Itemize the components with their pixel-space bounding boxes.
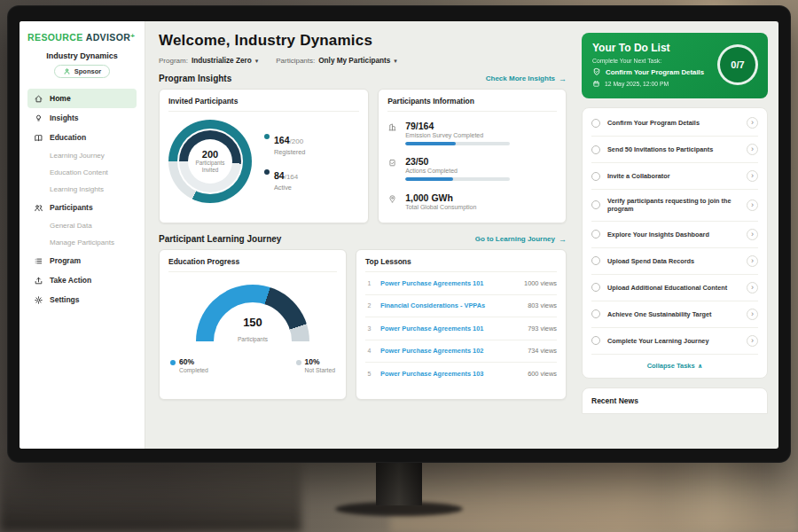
gauge-center-value: 150 xyxy=(196,316,309,329)
shield-check-icon xyxy=(592,67,601,76)
lesson-link[interactable]: Power Purchase Agreements 101 xyxy=(380,325,520,332)
clipboard-check-icon xyxy=(387,158,397,181)
checkbox-icon[interactable] xyxy=(591,336,600,345)
sponsor-badge: Sponsor xyxy=(54,65,110,78)
recent-news-title: Recent News xyxy=(591,396,638,405)
checkbox-icon[interactable] xyxy=(591,309,600,318)
sidebar-item-home[interactable]: Home xyxy=(27,89,137,108)
chevron-right-icon[interactable] xyxy=(747,170,758,182)
sidebar-nav: Home Insights Education Learning Journey… xyxy=(27,89,137,309)
link-label: Check More Insights xyxy=(486,74,555,82)
chevron-right-icon[interactable] xyxy=(747,282,758,293)
task-row-send-invitations[interactable]: Send 50 Invitations to Participants xyxy=(591,137,758,163)
legend-registered: 164/200 Registered xyxy=(264,131,305,156)
section-title-learning-journey: Participant Learning Journey xyxy=(159,234,281,244)
sidebar-item-education-content[interactable]: Education Content xyxy=(27,164,137,181)
task-row-complete-learning-journey[interactable]: Complete Your Learning Journey xyxy=(591,328,758,355)
chevron-right-icon[interactable] xyxy=(747,309,758,320)
nav-label: Learning Journey xyxy=(50,152,105,160)
chevron-right-icon[interactable] xyxy=(747,117,758,129)
person-icon xyxy=(63,67,71,75)
checkbox-icon[interactable] xyxy=(591,145,600,154)
check-more-insights-link[interactable]: Check More Insights xyxy=(486,74,567,83)
task-row-verify-participants[interactable]: Verify participants requesting to join t… xyxy=(591,190,758,222)
sidebar-item-program[interactable]: Program xyxy=(27,251,137,270)
todo-next-task[interactable]: Confirm Your Program Details xyxy=(592,67,716,76)
legend-dot xyxy=(170,360,176,365)
checkbox-icon[interactable] xyxy=(591,230,600,239)
participants-filter-value: Only My Participants xyxy=(318,57,390,65)
task-row-confirm-program[interactable]: Confirm Your Program Details xyxy=(591,110,758,137)
info-value: 79/164 xyxy=(405,121,510,131)
checkbox-icon[interactable] xyxy=(591,200,600,209)
lesson-rank: 5 xyxy=(365,371,373,377)
lesson-row: 1 Power Purchase Agreements 101 1000 vie… xyxy=(365,272,557,295)
section-title-program-insights: Program Insights xyxy=(159,74,231,83)
chevron-right-icon[interactable] xyxy=(747,200,758,211)
task-row-explore-insights[interactable]: Explore Your Insights Dashboard xyxy=(591,222,758,248)
checkbox-icon[interactable] xyxy=(591,119,600,128)
legend-label: Not Started xyxy=(305,367,335,373)
sidebar-item-insights[interactable]: Insights xyxy=(27,108,137,128)
education-progress-card: Education Progress 150 Participants 60% … xyxy=(159,249,347,400)
participants-filter-label: Participants: xyxy=(276,57,315,65)
task-label: Upload Spend Data Records xyxy=(607,257,739,265)
chevron-right-icon[interactable] xyxy=(747,335,758,347)
legend-label: Registered xyxy=(274,148,305,156)
desk-shadow xyxy=(0,452,301,532)
sidebar-item-take-action[interactable]: Take Action xyxy=(27,270,137,290)
go-to-learning-journey-link[interactable]: Go to Learning Journey xyxy=(475,235,567,244)
app-logo: RESOURCE ADVISOR+ xyxy=(27,32,137,43)
sidebar-item-settings[interactable]: Settings xyxy=(27,290,137,309)
lesson-rank: 3 xyxy=(365,325,373,332)
task-label: Confirm Your Program Details xyxy=(607,119,739,127)
home-icon xyxy=(34,94,43,104)
lesson-link[interactable]: Power Purchase Agreements 102 xyxy=(380,347,520,355)
lesson-views: 734 views xyxy=(528,347,557,355)
checkbox-icon[interactable] xyxy=(591,256,600,265)
checkbox-icon[interactable] xyxy=(591,283,600,292)
info-label: Emission Survey Completed xyxy=(405,132,510,138)
chevron-up-icon xyxy=(695,362,703,370)
participants-filter[interactable]: Participants: Only My Participants xyxy=(276,57,397,65)
lesson-link[interactable]: Power Purchase Agreements 101 xyxy=(380,279,517,287)
checkbox-icon[interactable] xyxy=(591,172,600,181)
sidebar-item-participants[interactable]: Participants xyxy=(27,198,137,217)
task-row-achieve-target[interactable]: Achieve One Sustainability Target xyxy=(591,301,758,328)
legend-dot xyxy=(264,169,270,175)
collapse-tasks-link[interactable]: Collapse Tasks xyxy=(591,355,758,376)
task-row-invite-collaborator[interactable]: Invite a Collaborator xyxy=(591,163,758,190)
gear-icon xyxy=(34,295,43,305)
logo-text-primary: RESOURCE xyxy=(27,32,83,43)
nav-label: Education Content xyxy=(50,168,108,176)
sidebar-item-education[interactable]: Education xyxy=(27,128,137,147)
nav-label: Education xyxy=(50,133,86,142)
sidebar-item-general-data[interactable]: General Data xyxy=(27,217,137,234)
todo-summary-card: Your To Do List Complete Your Next Task:… xyxy=(582,33,768,98)
chevron-right-icon[interactable] xyxy=(747,229,758,240)
nav-label: Manage Participants xyxy=(50,239,114,246)
gauge-center-label: Participants xyxy=(238,336,268,342)
todo-progress-ring: 0/7 xyxy=(717,44,758,85)
main-content: Welcome, Industry Dynamics Program: Indu… xyxy=(145,21,578,449)
chevron-right-icon[interactable] xyxy=(747,255,758,267)
recent-news-card: Recent News xyxy=(582,387,768,414)
actions-progress-bar xyxy=(405,177,510,181)
task-row-upload-spend-data[interactable]: Upload Spend Data Records xyxy=(591,248,758,275)
task-row-upload-educational-content[interactable]: Upload Additional Educational Content xyxy=(591,275,758,301)
bulb-icon xyxy=(34,113,43,123)
sidebar-item-manage-participants[interactable]: Manage Participants xyxy=(27,234,137,251)
lesson-rank: 1 xyxy=(365,280,373,286)
people-icon xyxy=(34,203,43,213)
sidebar-item-learning-journey[interactable]: Learning Journey xyxy=(27,147,137,164)
collapse-label: Collapse Tasks xyxy=(647,362,695,370)
info-row-emission-survey: 79/164 Emission Survey Completed xyxy=(387,121,557,145)
nav-label: Program xyxy=(50,256,81,265)
lesson-link[interactable]: Financial Considerations - VPPAs xyxy=(380,301,520,309)
arrow-right-icon xyxy=(559,235,567,244)
sidebar-item-learning-insights[interactable]: Learning Insights xyxy=(27,181,137,198)
invited-donut-chart: 200 Participants Invited xyxy=(168,120,252,203)
lesson-link[interactable]: Power Purchase Agreements 103 xyxy=(380,370,520,378)
chevron-right-icon[interactable] xyxy=(747,144,758,155)
program-filter[interactable]: Program: Industrialize Zero xyxy=(159,57,258,65)
